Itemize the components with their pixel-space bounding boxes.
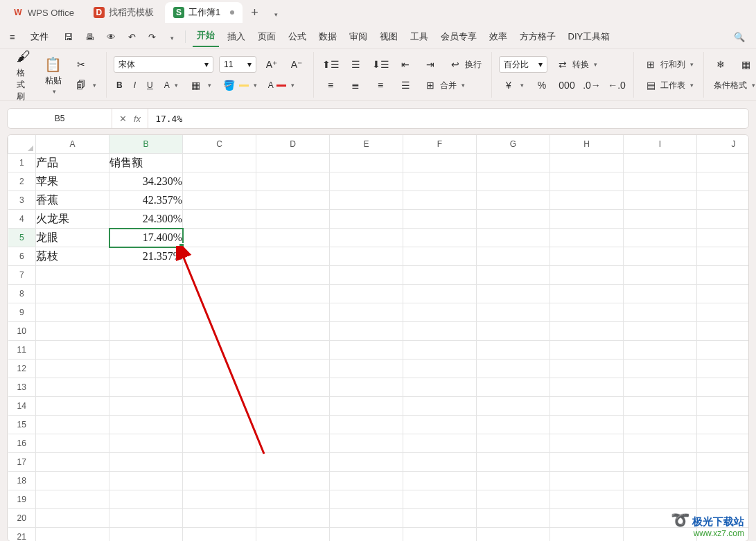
paste-button[interactable]: 📋 粘贴: [40, 54, 66, 96]
cell[interactable]: 24.300%: [109, 210, 183, 229]
cell[interactable]: 龙眼: [36, 229, 109, 247]
cell[interactable]: [256, 509, 330, 528]
align-bottom-button[interactable]: ⬇☰: [371, 56, 390, 73]
cell[interactable]: 火龙果: [36, 210, 109, 229]
cell[interactable]: [330, 285, 403, 303]
cell[interactable]: [183, 191, 256, 210]
cell[interactable]: [550, 229, 624, 247]
quick-access-dropdown[interactable]: [164, 29, 178, 45]
cell[interactable]: [256, 191, 330, 210]
cell[interactable]: [697, 266, 750, 285]
cell[interactable]: [183, 528, 256, 542]
cell[interactable]: [183, 490, 256, 509]
cell[interactable]: [550, 303, 624, 322]
cell[interactable]: [403, 509, 477, 528]
cell[interactable]: [403, 490, 477, 509]
row-header[interactable]: 15: [8, 416, 36, 434]
convert-button[interactable]: ⇄转换: [553, 56, 600, 73]
cell[interactable]: [403, 303, 477, 322]
menu-file[interactable]: 文件: [24, 28, 55, 46]
cell[interactable]: [550, 322, 624, 341]
cell[interactable]: [183, 341, 256, 360]
cell[interactable]: [330, 378, 403, 397]
menu-data[interactable]: 数据: [315, 28, 341, 46]
cell[interactable]: [330, 416, 403, 434]
cell[interactable]: [256, 490, 330, 509]
cell[interactable]: [624, 322, 697, 341]
format-painter-button[interactable]: 🖌 格式刷: [12, 46, 35, 104]
row-header[interactable]: 11: [8, 341, 36, 360]
cell[interactable]: [697, 191, 750, 210]
cell[interactable]: [330, 472, 403, 490]
cell[interactable]: [624, 303, 697, 322]
cell[interactable]: [403, 378, 477, 397]
cell[interactable]: [183, 285, 256, 303]
cell[interactable]: [550, 397, 624, 416]
menu-efficiency[interactable]: 效率: [485, 28, 511, 46]
align-left-button[interactable]: ≡: [321, 77, 340, 94]
cell[interactable]: [697, 229, 750, 247]
decrease-decimal-button[interactable]: ←.0: [607, 77, 626, 94]
cell[interactable]: [256, 434, 330, 453]
cell[interactable]: [624, 247, 697, 266]
cell[interactable]: [183, 247, 256, 266]
cell[interactable]: 34.230%: [109, 172, 183, 191]
cell[interactable]: [550, 191, 624, 210]
cell[interactable]: [550, 266, 624, 285]
hamburger-icon[interactable]: ≡: [6, 29, 19, 45]
cell[interactable]: [550, 490, 624, 509]
cell[interactable]: [477, 303, 550, 322]
cell[interactable]: [624, 172, 697, 191]
print-icon[interactable]: 🖶: [81, 29, 98, 45]
row-header[interactable]: 16: [8, 434, 36, 453]
cell[interactable]: [624, 191, 697, 210]
print-preview-icon[interactable]: 👁: [103, 29, 120, 45]
cell[interactable]: [36, 285, 109, 303]
bold-button[interactable]: B: [114, 79, 125, 91]
cell[interactable]: [36, 341, 109, 360]
rows-cols-button[interactable]: ⊞行和列: [641, 56, 696, 73]
cell[interactable]: [477, 322, 550, 341]
menu-fanggezi[interactable]: 方方格子: [516, 28, 560, 46]
cell[interactable]: [550, 528, 624, 542]
app-tab-wps[interactable]: W WPS Office: [4, 3, 82, 22]
cell[interactable]: [403, 285, 477, 303]
cell[interactable]: [330, 154, 403, 172]
italic-button[interactable]: I: [131, 79, 139, 91]
text-color-button[interactable]: A: [265, 79, 297, 91]
font-size-select[interactable]: 11▾: [219, 56, 256, 73]
cell[interactable]: [183, 416, 256, 434]
cell[interactable]: [109, 378, 183, 397]
cell[interactable]: 21.357%: [109, 247, 183, 266]
cell[interactable]: [624, 210, 697, 229]
col-header-E[interactable]: E: [330, 135, 403, 154]
cell[interactable]: [403, 397, 477, 416]
cell[interactable]: [36, 528, 109, 542]
cell[interactable]: [550, 247, 624, 266]
cell[interactable]: [183, 434, 256, 453]
cell[interactable]: [330, 509, 403, 528]
col-header-J[interactable]: J: [697, 135, 750, 154]
row-header[interactable]: 12: [8, 360, 36, 378]
cell[interactable]: [256, 285, 330, 303]
cell[interactable]: [256, 453, 330, 472]
cell[interactable]: [36, 453, 109, 472]
number-format-select[interactable]: 百分比▾: [499, 56, 547, 73]
cell[interactable]: [550, 472, 624, 490]
cell[interactable]: [477, 360, 550, 378]
wrap-button[interactable]: ↩换行: [446, 56, 484, 73]
cell[interactable]: [697, 172, 750, 191]
decrease-font-button[interactable]: A⁻: [287, 56, 306, 73]
cell[interactable]: [477, 154, 550, 172]
cell[interactable]: [36, 509, 109, 528]
increase-font-button[interactable]: A⁺: [262, 56, 281, 73]
cell[interactable]: [183, 154, 256, 172]
cell[interactable]: [550, 453, 624, 472]
cell[interactable]: [624, 434, 697, 453]
justify-button[interactable]: ☰: [396, 77, 415, 94]
cell[interactable]: [697, 397, 750, 416]
cell[interactable]: [697, 341, 750, 360]
fx-icon[interactable]: fx: [134, 114, 141, 124]
row-header[interactable]: 2: [8, 172, 36, 191]
cell[interactable]: [36, 472, 109, 490]
